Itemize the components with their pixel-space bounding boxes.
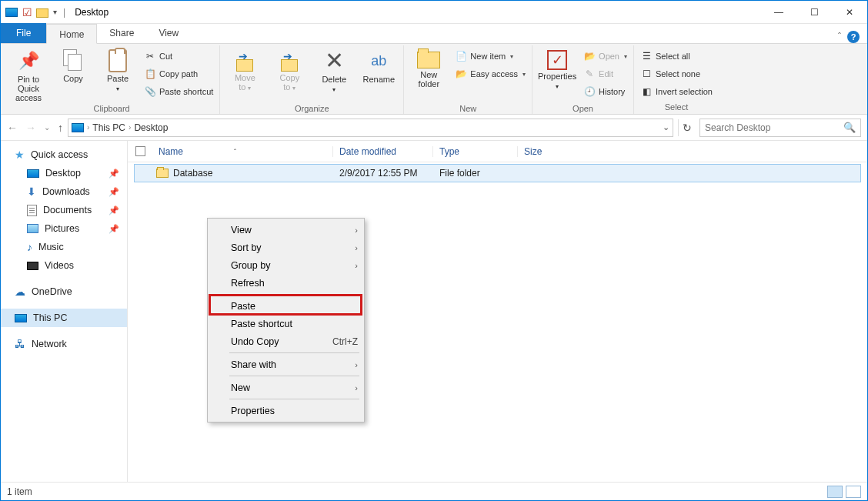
copy-to-icon: ➔ xyxy=(279,50,300,72)
pin-icon: 📌 xyxy=(108,169,119,179)
context-menu: View› Sort by› Group by› Refresh Paste P… xyxy=(207,218,365,423)
history-icon: 🕘 xyxy=(583,85,596,98)
tab-view[interactable]: View xyxy=(146,23,191,43)
separator xyxy=(229,376,359,376)
pin-icon: 📌 xyxy=(108,187,119,197)
chevron-right-icon: › xyxy=(355,261,358,270)
open-menuitem[interactable]: 📂Open xyxy=(582,48,629,64)
ctx-properties[interactable]: Properties xyxy=(208,402,364,419)
new-item-menuitem[interactable]: 📄New item xyxy=(453,48,527,64)
pin-to-quick-access-button[interactable]: 📌 Pin to Quick access xyxy=(8,48,48,102)
paste-shortcut-menuitem[interactable]: 📎Paste shortcut xyxy=(142,84,215,99)
column-date-modified[interactable]: Date modified xyxy=(332,146,432,157)
sidebar-desktop[interactable]: Desktop📌 xyxy=(1,164,127,182)
address-bar[interactable]: › This PC › Desktop ⌄ xyxy=(68,119,673,137)
separator xyxy=(229,352,359,353)
invert-selection-menuitem[interactable]: ◧Invert selection xyxy=(639,84,714,99)
checkmark-icon[interactable]: ☑ xyxy=(21,6,33,18)
select-all-menuitem[interactable]: ☰Select all xyxy=(639,48,714,64)
sidebar-videos[interactable]: Videos xyxy=(1,256,127,275)
sidebar-pictures[interactable]: Pictures📌 xyxy=(1,219,127,238)
recent-locations-button[interactable]: ⌄ xyxy=(44,123,50,132)
file-date: 2/9/2017 12:55 PM xyxy=(333,168,433,179)
sidebar-music[interactable]: ♪Music xyxy=(1,238,127,256)
minimize-button[interactable]: — xyxy=(761,1,796,24)
copy-to-button[interactable]: ➔ Copy to ▾ xyxy=(269,48,309,102)
search-icon[interactable]: 🔍 xyxy=(843,122,856,133)
ribbon-group-open: ✓ Properties▾ 📂Open ✎Edit 🕘History Open xyxy=(532,45,634,114)
ctx-sort-by[interactable]: Sort by› xyxy=(208,239,364,256)
breadcrumb-desktop[interactable]: Desktop xyxy=(134,122,168,133)
details-view-button[interactable] xyxy=(827,486,843,498)
folder-icon xyxy=(36,8,48,18)
sidebar-network[interactable]: 🖧Network xyxy=(1,335,127,353)
tab-home[interactable]: Home xyxy=(46,24,97,44)
forward-button[interactable]: → xyxy=(25,122,36,134)
copy-path-menuitem[interactable]: 📋Copy path xyxy=(142,66,215,82)
sidebar-documents[interactable]: Documents📌 xyxy=(1,201,127,219)
paste-button[interactable]: Paste▾ xyxy=(98,48,138,102)
quick-access-toolbar: ☑ ▾ | Desktop xyxy=(1,6,108,18)
qat-dropdown[interactable]: ▾ xyxy=(53,8,57,16)
ctx-undo-copy[interactable]: Undo CopyCtrl+Z xyxy=(208,332,364,350)
ctx-paste[interactable]: Paste xyxy=(208,297,364,315)
refresh-button[interactable]: ↻ xyxy=(678,119,695,136)
sidebar-downloads[interactable]: ⬇Downloads📌 xyxy=(1,182,127,201)
history-menuitem[interactable]: 🕘History xyxy=(582,84,629,99)
ctx-share-with[interactable]: Share with› xyxy=(208,356,364,373)
up-button[interactable]: ↑ xyxy=(58,122,63,134)
network-icon: 🖧 xyxy=(15,338,25,350)
music-icon: ♪ xyxy=(27,241,32,253)
separator xyxy=(229,399,359,399)
chevron-right-icon: › xyxy=(355,360,358,369)
tab-file[interactable]: File xyxy=(1,23,46,43)
column-name[interactable]: Nameˆ xyxy=(155,146,332,157)
ctx-refresh[interactable]: Refresh xyxy=(208,274,364,292)
search-box[interactable]: 🔍 xyxy=(699,119,861,137)
open-icon: 📂 xyxy=(583,50,596,62)
ribbon-group-organize: ➔ Move to ▾ ➔ Copy to ▾ ✕ Delete▾ ab Ren… xyxy=(220,45,404,114)
easy-access-menuitem[interactable]: 📂Easy access xyxy=(453,66,527,82)
close-button[interactable]: ✕ xyxy=(832,1,867,24)
copy-button[interactable]: Copy xyxy=(53,48,93,102)
file-row[interactable]: Database 2/9/2017 12:55 PM File folder xyxy=(134,164,861,182)
ctx-paste-shortcut[interactable]: Paste shortcut xyxy=(208,315,364,332)
sidebar-onedrive[interactable]: ☁OneDrive xyxy=(1,282,127,301)
properties-button[interactable]: ✓ Properties▾ xyxy=(537,48,577,102)
tab-share[interactable]: Share xyxy=(97,23,146,43)
status-bar: 1 item xyxy=(1,482,867,500)
maximize-button[interactable]: ☐ xyxy=(796,1,832,24)
column-type[interactable]: Type xyxy=(432,146,517,157)
separator: | xyxy=(63,7,65,18)
download-icon: ⬇ xyxy=(27,185,36,198)
ctx-new[interactable]: New› xyxy=(208,379,364,396)
help-icon[interactable]: ? xyxy=(847,31,860,43)
search-input[interactable] xyxy=(705,122,843,133)
monitor-icon xyxy=(5,8,18,17)
collapse-ribbon-button[interactable]: ˆ xyxy=(838,32,841,42)
scissors-icon: ✂ xyxy=(144,50,156,62)
select-all-checkbox[interactable] xyxy=(135,146,155,156)
address-dropdown[interactable]: ⌄ xyxy=(663,122,669,132)
cut-menuitem[interactable]: ✂Cut xyxy=(142,48,215,64)
edit-menuitem[interactable]: ✎Edit xyxy=(582,66,629,82)
ctx-view[interactable]: View› xyxy=(208,221,364,239)
delete-button[interactable]: ✕ Delete▾ xyxy=(314,48,354,102)
ctx-group-by[interactable]: Group by› xyxy=(208,256,364,274)
rename-button[interactable]: ab Rename xyxy=(359,48,399,102)
sidebar-this-pc[interactable]: This PC xyxy=(1,309,127,327)
column-size[interactable]: Size xyxy=(517,146,579,157)
breadcrumb-this-pc[interactable]: This PC xyxy=(92,122,125,133)
select-none-menuitem[interactable]: ☐Select none xyxy=(639,66,714,82)
new-folder-button[interactable]: New folder xyxy=(409,48,449,102)
move-to-button[interactable]: ➔ Move to ▾ xyxy=(225,48,265,102)
edit-icon: ✎ xyxy=(583,68,596,80)
chevron-right-icon[interactable]: › xyxy=(87,123,89,132)
back-button[interactable]: ← xyxy=(7,122,18,134)
sidebar-quick-access[interactable]: ★Quick access xyxy=(1,145,127,164)
ribbon-tabs: File Home Share View ˆ ? xyxy=(1,24,867,44)
chevron-right-icon[interactable]: › xyxy=(129,123,131,132)
monitor-icon xyxy=(27,169,39,178)
large-icons-view-button[interactable] xyxy=(846,486,861,498)
column-headers: Nameˆ Date modified Type Size xyxy=(128,141,867,162)
